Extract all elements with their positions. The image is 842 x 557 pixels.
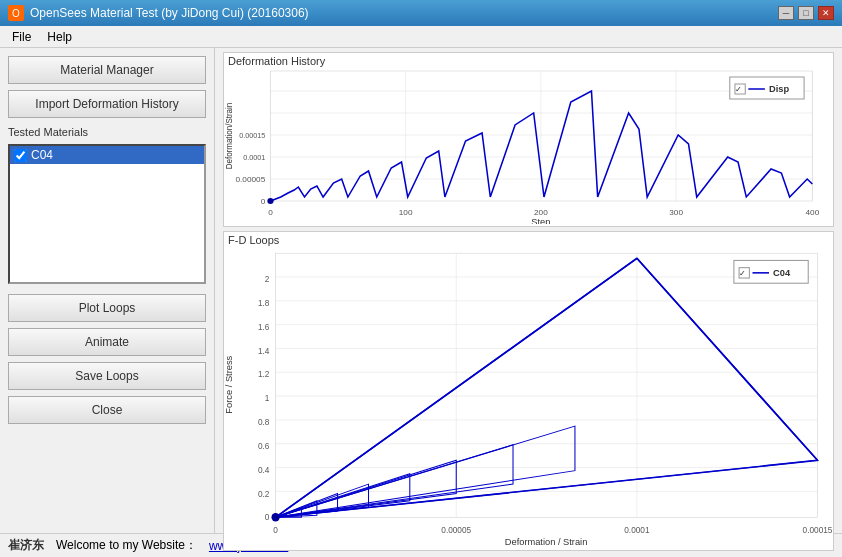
maximize-button[interactable]: □ [798,6,814,20]
svg-text:0.0001: 0.0001 [624,526,650,535]
svg-text:0.6: 0.6 [258,442,270,451]
svg-text:1.6: 1.6 [258,323,270,332]
svg-rect-28 [276,253,818,517]
svg-text:1: 1 [265,394,270,403]
svg-text:Step: Step [531,217,550,224]
fd-chart-inner: 0 0.2 0.4 0.6 0.8 1 1.2 1.4 1.6 1.8 2 0 … [224,248,833,548]
window-controls: ─ □ ✕ [778,6,834,20]
svg-text:✓: ✓ [735,85,742,94]
svg-text:1.4: 1.4 [258,347,270,356]
svg-text:0.4: 0.4 [258,466,270,475]
svg-point-22 [267,198,273,204]
deformation-svg: 0 0.00005 0.0001 0.00015 0 100 200 300 4… [224,69,833,224]
minimize-button[interactable]: ─ [778,6,794,20]
svg-text:Deformation / Strain: Deformation / Strain [505,537,588,547]
svg-text:0: 0 [268,208,273,217]
svg-text:C04: C04 [773,268,791,278]
svg-text:0.00015: 0.00015 [803,526,833,535]
svg-text:0.00005: 0.00005 [441,526,471,535]
material-checkbox-c04[interactable] [14,149,27,162]
close-button[interactable]: ✕ [818,6,834,20]
import-deformation-button[interactable]: Import Deformation History [8,90,206,118]
svg-text:0.2: 0.2 [258,490,270,499]
plot-loops-button[interactable]: Plot Loops [8,294,206,322]
fd-chart-title: F-D Loops [224,232,833,248]
deformation-history-chart: Deformation History [223,52,834,227]
svg-text:0: 0 [265,513,270,522]
svg-text:1.8: 1.8 [258,299,270,308]
svg-text:Force / Stress: Force / Stress [224,355,234,413]
menu-bar: File Help [0,26,842,48]
svg-text:200: 200 [534,208,548,217]
svg-text:0.00005: 0.00005 [235,175,265,184]
svg-text:0: 0 [273,526,278,535]
status-welcome: Welcome to my Website： [56,537,197,554]
app-icon: O [8,5,24,21]
svg-text:Disp: Disp [769,84,790,94]
svg-text:2: 2 [265,275,270,284]
svg-text:0.8: 0.8 [258,418,270,427]
action-buttons: Plot Loops Animate Save Loops Close [8,294,206,424]
material-manager-button[interactable]: Material Manager [8,56,206,84]
deformation-chart-inner: 0 0.00005 0.0001 0.00015 0 100 200 300 4… [224,69,833,224]
svg-text:1.2: 1.2 [258,370,270,379]
save-loops-button[interactable]: Save Loops [8,362,206,390]
material-item-c04[interactable]: C04 [10,146,204,164]
menu-file[interactable]: File [4,28,39,46]
svg-text:0.0001: 0.0001 [243,154,265,162]
svg-text:0: 0 [261,197,266,206]
deformation-chart-title: Deformation History [224,53,833,69]
left-panel: Material Manager Import Deformation Hist… [0,48,215,533]
main-content: Material Manager Import Deformation Hist… [0,48,842,533]
material-name-c04: C04 [31,148,53,162]
fd-loops-chart: F-D Loops [223,231,834,551]
svg-text:300: 300 [669,208,683,217]
right-panel: Deformation History [215,48,842,533]
materials-list[interactable]: C04 [8,144,206,284]
svg-point-63 [271,513,279,521]
svg-text:100: 100 [399,208,413,217]
animate-button[interactable]: Animate [8,328,206,356]
svg-text:✓: ✓ [739,269,746,278]
close-panel-button[interactable]: Close [8,396,206,424]
tested-materials-label: Tested Materials [8,126,206,138]
svg-text:Deformation/Strain: Deformation/Strain [225,103,234,170]
status-author: 崔济东 [8,537,44,554]
window-title: OpenSees Material Test (by JiDong Cui) (… [30,6,309,20]
svg-text:400: 400 [805,208,819,217]
menu-help[interactable]: Help [39,28,80,46]
fd-svg: 0 0.2 0.4 0.6 0.8 1 1.2 1.4 1.6 1.8 2 0 … [224,248,833,548]
title-bar: O OpenSees Material Test (by JiDong Cui)… [0,0,842,26]
svg-text:0.00015: 0.00015 [239,132,265,140]
